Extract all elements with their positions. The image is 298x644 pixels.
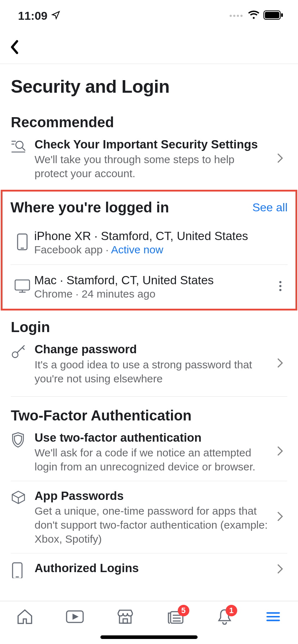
news-badge: 5 [178,605,189,616]
chevron-right-icon [276,563,284,576]
session-status: Active now [111,244,163,256]
svg-point-13 [279,281,281,283]
chevron-right-icon [276,152,284,165]
chevron-right-icon [276,511,284,524]
shield-icon [11,432,25,450]
svg-line-6 [22,148,25,151]
see-all-link[interactable]: See all [252,201,288,214]
session-app: Chrome · [34,288,82,300]
page-title: Security and Login [11,64,287,104]
session-status: 24 minutes ago [82,288,155,300]
back-button[interactable] [9,40,20,56]
svg-point-16 [12,352,18,358]
nav-news[interactable]: 5 [166,608,185,627]
chevron-right-icon [276,357,284,370]
home-indicator[interactable] [100,635,198,639]
notif-badge: 1 [226,605,237,616]
nav-notifications[interactable]: 1 [216,608,233,627]
row-title: Use two-factor authentication [35,430,269,445]
phone-icon [16,233,29,252]
chevron-right-icon [276,445,284,458]
phone-icon [11,562,24,578]
key-icon [11,343,27,360]
nav-marketplace[interactable] [116,608,135,627]
session-row-iphone[interactable]: iPhone XR · Stamford, CT, United States … [10,221,288,265]
svg-marker-23 [73,615,77,619]
header-bar [0,32,298,64]
wifi-icon [248,9,260,23]
row-authorized-logins[interactable]: Authorized Logins Review a list of devic… [11,553,287,578]
where-logged-in-highlight: Where you're logged in See all iPhone XR… [1,190,297,310]
row-change-password[interactable]: Change password It's a good idea to use … [11,340,287,392]
section-heading-login: Login [11,310,287,340]
box-icon [11,490,26,506]
session-title: iPhone XR · Stamford, CT, United States [34,229,288,243]
section-heading-where-logged-in: Where you're logged in [10,199,169,216]
svg-rect-20 [13,563,22,578]
row-title: Authorized Logins [35,561,269,575]
svg-rect-1 [265,12,279,18]
desktop-icon [14,279,31,295]
session-title: Mac · Stamford, CT, United States [34,273,273,287]
row-subtitle: Review a list of devices where you won't… [35,576,269,578]
svg-rect-10 [15,280,30,290]
svg-line-18 [22,348,24,350]
row-use-two-factor[interactable]: Use two-factor authentication We'll ask … [11,429,287,481]
svg-rect-24 [123,619,127,623]
svg-rect-8 [18,234,27,250]
nav-home[interactable] [16,608,34,627]
session-row-mac[interactable]: Mac · Stamford, CT, United States Chrome… [10,265,288,309]
row-title: App Passwords [35,488,269,503]
row-title: Change password [35,342,269,356]
row-subtitle: We'll take you through some steps to hel… [35,152,269,180]
row-subtitle: We'll ask for a code if we notice an att… [35,446,269,474]
checklist-search-icon [11,138,27,156]
svg-point-14 [279,285,281,287]
more-vert-icon[interactable] [279,281,282,293]
row-app-passwords[interactable]: App Passwords Get a unique, one-time pas… [11,481,287,553]
cell-signal-icon [230,15,243,17]
row-subtitle: It's a good idea to use a strong passwor… [35,358,269,386]
location-arrow-icon [51,9,60,23]
battery-icon [263,9,284,23]
status-time: 11:09 [18,9,48,23]
row-subtitle: Get a unique, one-time password for apps… [35,504,269,546]
session-app: Facebook app · [34,244,111,256]
svg-rect-2 [281,13,283,17]
svg-point-5 [16,141,23,148]
row-check-security-settings[interactable]: Check Your Important Security Settings W… [11,135,287,188]
row-title: Check Your Important Security Settings [35,137,269,152]
nav-watch[interactable] [65,608,85,627]
section-heading-recommended: Recommended [11,104,287,135]
nav-menu[interactable] [264,608,282,627]
svg-point-15 [279,289,281,291]
section-heading-two-factor: Two-Factor Authentication [11,397,287,429]
status-bar: 11:09 [0,0,298,32]
